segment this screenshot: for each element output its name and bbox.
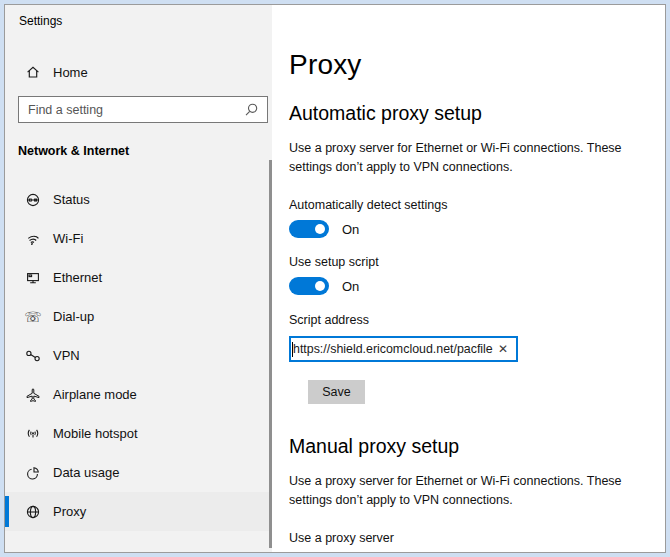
use-setup-script-toggle-row: On (289, 277, 665, 295)
automatic-proxy-description: Use a proxy server for Ethernet or Wi-Fi… (289, 139, 663, 176)
sidebar-item-data-usage[interactable]: Data usage (5, 453, 272, 492)
search-icon (243, 102, 259, 118)
proxy-globe-icon (25, 504, 41, 520)
home-icon (25, 64, 41, 80)
use-proxy-server-label: Use a proxy server (289, 531, 665, 545)
toggle-knob (315, 224, 325, 234)
auto-detect-toggle-row: On (289, 220, 665, 238)
selected-accent-bar (5, 496, 9, 527)
use-setup-script-state: On (342, 279, 359, 294)
manual-proxy-description: Use a proxy server for Ethernet or Wi-Fi… (289, 472, 663, 509)
airplane-icon (25, 387, 41, 403)
dialup-phone-icon: ☏ (25, 309, 41, 325)
sidebar-section-title: Network & Internet (18, 144, 272, 158)
auto-detect-toggle[interactable] (289, 220, 329, 238)
automatic-proxy-heading: Automatic proxy setup (289, 102, 665, 125)
use-setup-script-label: Use setup script (289, 255, 665, 269)
script-address-input[interactable]: https://shield.ericomcloud.net/pacfile ✕ (289, 336, 518, 362)
status-globe-icon (25, 192, 41, 208)
sidebar-item-home[interactable]: Home (5, 54, 272, 90)
data-usage-pie-icon (25, 465, 41, 481)
auto-detect-state: On (342, 222, 359, 237)
search-box[interactable] (18, 96, 268, 123)
sidebar-nav: Status Wi-Fi (5, 180, 272, 531)
search-input[interactable] (28, 103, 243, 117)
use-setup-script-toggle[interactable] (289, 277, 329, 295)
settings-window: Settings Home (4, 4, 666, 553)
script-address-label: Script address (289, 313, 665, 327)
script-address-value: https://shield.ericomcloud.net/pacfile (293, 342, 494, 356)
sidebar-item-dialup[interactable]: ☏ Dial-up (5, 297, 272, 336)
auto-detect-label: Automatically detect settings (289, 198, 665, 212)
sidebar-scrollbar-thumb[interactable] (269, 160, 272, 548)
sidebar-item-airplane-mode[interactable]: Airplane mode (5, 375, 272, 414)
clear-input-icon[interactable]: ✕ (494, 342, 512, 356)
vpn-icon (25, 348, 41, 364)
settings-window-frame: Settings Home (0, 0, 670, 557)
page-title: Proxy (289, 49, 665, 81)
manual-proxy-heading: Manual proxy setup (289, 435, 665, 458)
proxy-settings-page: Proxy Automatic proxy setup Use a proxy … (272, 5, 665, 552)
toggle-knob (315, 281, 325, 291)
sidebar-item-ethernet[interactable]: Ethernet (5, 258, 272, 297)
sidebar-item-wifi[interactable]: Wi-Fi (5, 219, 272, 258)
wifi-icon (25, 231, 41, 247)
sidebar-item-vpn[interactable]: VPN (5, 336, 272, 375)
hotspot-icon (25, 426, 41, 442)
sidebar: Settings Home (5, 5, 272, 552)
sidebar-item-proxy[interactable]: Proxy (5, 492, 272, 531)
sidebar-item-status[interactable]: Status (5, 180, 272, 219)
ethernet-icon (25, 270, 41, 286)
sidebar-item-mobile-hotspot[interactable]: Mobile hotspot (5, 414, 272, 453)
sidebar-home-label: Home (53, 65, 88, 80)
window-title: Settings (5, 5, 272, 28)
save-button[interactable]: Save (308, 380, 365, 404)
